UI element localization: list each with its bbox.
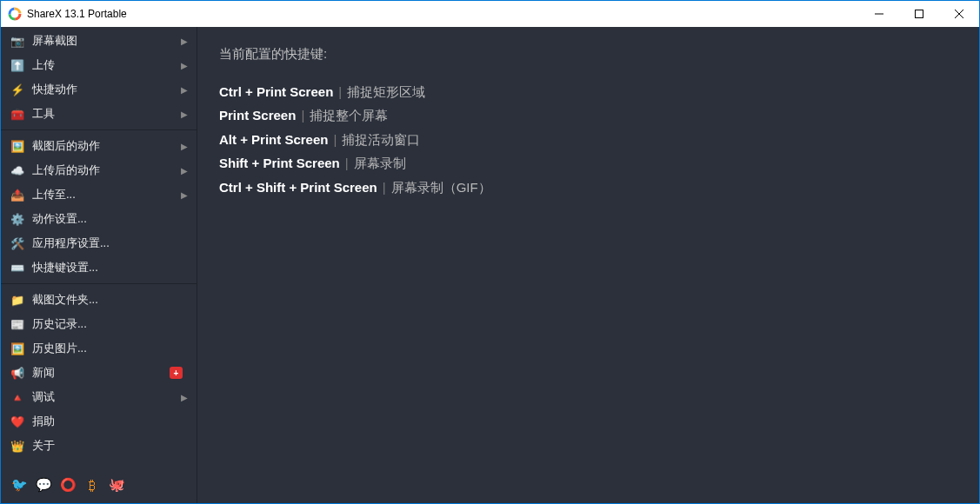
submenu-arrow-icon: ▶ <box>181 109 188 119</box>
hotkey-key: Ctrl + Shift + Print Screen <box>219 180 377 195</box>
hotkey-desc: 捕捉活动窗口 <box>342 132 420 147</box>
hotkey-desc: 屏幕录制 <box>354 156 406 170</box>
submenu-arrow-icon: ▶ <box>181 61 188 70</box>
hotkey-separator: | <box>383 180 386 195</box>
bitcoin-icon[interactable]: ₿ <box>83 475 102 494</box>
menu-item-icon: 📁 <box>10 294 25 307</box>
menu-item-icon: 📷 <box>10 35 25 48</box>
menu-item-label: 动作设置... <box>32 211 188 227</box>
menu-item-label: 工具 <box>32 106 181 122</box>
menu-item-label: 历史记录... <box>32 316 188 332</box>
menu-separator <box>1 129 197 130</box>
hotkey-desc: 捕捉矩形区域 <box>347 84 425 99</box>
sidebar-item[interactable]: ⚡快捷动作▶ <box>1 77 197 102</box>
menu-item-icon: ❤️ <box>10 415 25 428</box>
menu-item-label: 屏幕截图 <box>32 33 181 49</box>
hotkey-separator: | <box>333 132 337 147</box>
menu-item-icon: 📤 <box>10 189 25 202</box>
sidebar-item[interactable]: ❤️捐助 <box>1 409 197 434</box>
submenu-arrow-icon: ▶ <box>181 142 188 151</box>
menu-item-icon: ⌨️ <box>10 262 25 275</box>
hotkey-desc: 捕捉整个屏幕 <box>310 108 388 123</box>
menu-item-icon: ⬆️ <box>10 59 25 72</box>
minimize-button[interactable] <box>859 1 899 27</box>
sidebar-menu: 📷屏幕截图▶⬆️上传▶⚡快捷动作▶🧰工具▶🖼️截图后的动作▶☁️上传后的动作▶📤… <box>1 27 197 468</box>
menu-item-label: 应用程序设置... <box>32 235 188 251</box>
discord-icon[interactable]: 💬 <box>34 475 53 494</box>
sidebar-item[interactable]: 📷屏幕截图▶ <box>1 29 197 53</box>
svg-rect-5 <box>916 10 923 18</box>
menu-item-label: 上传至... <box>32 187 181 202</box>
hotkey-row: Print Screen|捕捉整个屏幕 <box>219 104 957 127</box>
hotkey-separator: | <box>338 84 342 99</box>
menu-item-label: 上传 <box>32 57 181 73</box>
menu-item-label: 调试 <box>32 389 181 405</box>
social-bar: 🐦💬⭕₿🐙 <box>1 468 197 503</box>
menu-separator <box>1 283 197 284</box>
hotkey-key: Print Screen <box>219 108 296 123</box>
menu-item-icon: ☁️ <box>10 164 25 177</box>
menu-item-label: 关于 <box>32 438 188 454</box>
close-button[interactable] <box>939 1 979 27</box>
window-title: ShareX 13.1 Portable <box>27 8 127 20</box>
submenu-arrow-icon: ▶ <box>181 393 188 402</box>
hotkey-key: Ctrl + Print Screen <box>219 84 333 99</box>
sidebar-item[interactable]: 📰历史记录... <box>1 312 197 336</box>
sidebar-item[interactable]: 👑关于 <box>1 434 197 458</box>
github-icon[interactable]: 🐙 <box>107 475 126 494</box>
sidebar-item[interactable]: 🔺调试▶ <box>1 385 197 409</box>
maximize-button[interactable] <box>899 1 939 27</box>
submenu-arrow-icon: ▶ <box>181 166 188 176</box>
hotkey-row: Ctrl + Shift + Print Screen|屏幕录制（GIF） <box>219 176 957 199</box>
sidebar-item[interactable]: 🛠️应用程序设置... <box>1 231 197 255</box>
menu-item-icon: 🖼️ <box>10 140 25 153</box>
hotkey-row: Shift + Print Screen|屏幕录制 <box>219 152 957 175</box>
menu-item-icon: 👑 <box>10 440 25 453</box>
sidebar-item[interactable]: ⌨️快捷键设置... <box>1 255 197 280</box>
sidebar-item[interactable]: 🧰工具▶ <box>1 102 197 126</box>
sidebar-item[interactable]: 🖼️历史图片... <box>1 336 197 361</box>
hotkey-separator: | <box>345 156 349 170</box>
titlebar[interactable]: ShareX 13.1 Portable <box>1 1 979 27</box>
sidebar-item[interactable]: 📁截图文件夹... <box>1 288 197 312</box>
main-panel: 当前配置的快捷键: Ctrl + Print Screen|捕捉矩形区域Prin… <box>197 27 979 503</box>
menu-item-label: 上传后的动作 <box>32 162 181 178</box>
hotkey-row: Alt + Print Screen|捕捉活动窗口 <box>219 129 957 151</box>
menu-item-label: 捐助 <box>32 414 188 429</box>
sidebar-item[interactable]: 📤上传至...▶ <box>1 182 197 207</box>
menu-item-label: 快捷动作 <box>32 82 181 97</box>
sidebar-item[interactable]: 📢新闻+ <box>1 361 197 385</box>
menu-item-icon: ⚡ <box>10 83 25 96</box>
menu-item-label: 快捷键设置... <box>32 260 188 275</box>
hotkeys-heading: 当前配置的快捷键: <box>219 43 957 65</box>
twitter-icon[interactable]: 🐦 <box>10 475 29 494</box>
hotkey-key: Shift + Print Screen <box>219 156 340 170</box>
sidebar-item[interactable]: ⚙️动作设置... <box>1 207 197 231</box>
submenu-arrow-icon: ▶ <box>181 85 188 95</box>
menu-item-icon: 📢 <box>10 367 25 380</box>
sidebar: 📷屏幕截图▶⬆️上传▶⚡快捷动作▶🧰工具▶🖼️截图后的动作▶☁️上传后的动作▶📤… <box>1 27 197 503</box>
hotkey-desc: 屏幕录制（GIF） <box>391 180 491 195</box>
sidebar-item[interactable]: ⬆️上传▶ <box>1 53 197 77</box>
sidebar-item[interactable]: 🖼️截图后的动作▶ <box>1 134 197 158</box>
submenu-arrow-icon: ▶ <box>181 36 188 46</box>
hotkeys-list: Ctrl + Print Screen|捕捉矩形区域Print Screen|捕… <box>219 81 957 199</box>
news-badge: + <box>170 367 183 379</box>
menu-item-icon: 🛠️ <box>10 237 25 250</box>
menu-item-icon: 🖼️ <box>10 342 25 355</box>
hotkey-row: Ctrl + Print Screen|捕捉矩形区域 <box>219 81 957 103</box>
window-controls <box>859 1 979 27</box>
menu-item-icon: ⚙️ <box>10 213 25 226</box>
hotkey-key: Alt + Print Screen <box>219 132 328 147</box>
menu-item-icon: 🔺 <box>10 391 25 404</box>
app-icon <box>8 7 22 21</box>
hotkey-separator: | <box>301 108 304 123</box>
menu-item-icon: 🧰 <box>10 108 25 121</box>
sidebar-item[interactable]: ☁️上传后的动作▶ <box>1 158 197 182</box>
menu-item-label: 新闻 <box>32 365 170 381</box>
menu-item-icon: 📰 <box>10 318 25 331</box>
menu-item-label: 历史图片... <box>32 341 188 356</box>
menu-item-label: 截图文件夹... <box>32 292 188 308</box>
patreon-icon[interactable]: ⭕ <box>58 475 77 494</box>
submenu-arrow-icon: ▶ <box>181 190 188 200</box>
